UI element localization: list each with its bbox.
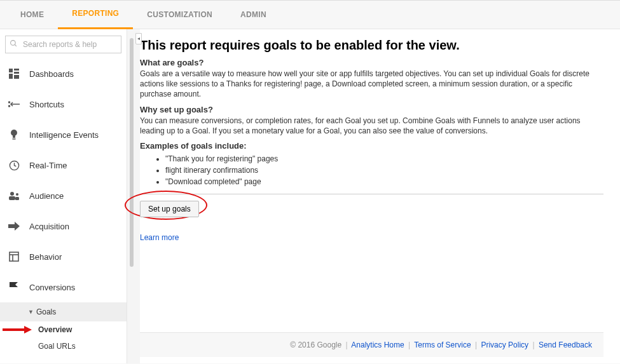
svg-point-16 — [16, 193, 18, 196]
sidebar-subsubitem-goal-urls[interactable]: Goal URLs — [0, 338, 127, 354]
sidebar-item-realtime[interactable]: Real-Time — [0, 150, 127, 180]
sidebar-subsubitem-overview[interactable]: Overview — [0, 321, 127, 338]
sidebar-item-behavior[interactable]: Behavior — [0, 241, 127, 272]
list-item: "Thank you for registering" pages — [165, 153, 603, 165]
svg-point-9 — [9, 105, 10, 107]
footer-link-privacy[interactable]: Privacy Policy — [481, 340, 528, 349]
svg-rect-6 — [14, 75, 19, 79]
svg-rect-17 — [15, 197, 19, 200]
section-body-what: Goals are a versatile way to measure how… — [140, 69, 603, 100]
section-heading-why: Why set up goals? — [140, 105, 603, 114]
section-body-why: You can measure conversions, or completi… — [140, 116, 603, 136]
sidebar-item-shortcuts[interactable]: Shortcuts — [0, 89, 127, 119]
scroll-gutter — [127, 29, 140, 363]
svg-rect-15 — [9, 196, 15, 200]
setup-goals-button[interactable]: Set up goals — [140, 201, 199, 217]
sidebar-item-label: Overview — [38, 325, 72, 334]
svg-rect-5 — [9, 74, 13, 79]
clock-icon — [8, 159, 20, 172]
tab-home[interactable]: HOME — [6, 0, 58, 29]
sidebar-item-audience[interactable]: Audience — [0, 180, 127, 211]
caret-down-icon: ▼ — [28, 309, 34, 315]
sidebar-item-dashboards[interactable]: Dashboards — [0, 58, 127, 89]
flag-icon — [8, 281, 20, 293]
tab-reporting[interactable]: REPORTING — [58, 0, 133, 29]
sidebar: Dashboards Shortcuts Intelligence Events… — [0, 29, 127, 363]
sidebar-item-conversions[interactable]: Conversions — [0, 272, 127, 302]
sidebar-item-label: Acquisition — [29, 222, 69, 231]
divider — [140, 194, 603, 194]
sidebar-item-label: Goal URLs — [38, 342, 76, 351]
sidebar-item-label: Intelligence Events — [29, 130, 99, 140]
sidebar-item-label: Behavior — [29, 252, 62, 262]
svg-line-1 — [15, 44, 17, 46]
sidebar-subitem-goals[interactable]: ▼ Goals — [0, 302, 127, 321]
list-item: "Download completed" page — [165, 176, 603, 187]
svg-rect-3 — [14, 69, 19, 71]
svg-rect-11 — [13, 135, 15, 138]
sidebar-item-label: Dashboards — [29, 69, 74, 79]
behavior-icon — [8, 250, 20, 263]
list-item: flight itinerary confirmations — [165, 165, 603, 176]
shortcuts-icon — [8, 98, 20, 111]
scrollbar[interactable] — [130, 38, 134, 267]
report-title: This report requires goals to be enabled… — [140, 38, 603, 53]
acquisition-icon — [8, 220, 20, 233]
svg-rect-12 — [13, 138, 16, 140]
footer-copyright: © 2016 Google — [290, 340, 341, 349]
search-input-wrap[interactable] — [5, 36, 121, 53]
dashboard-icon — [8, 67, 20, 80]
audience-icon — [8, 189, 20, 202]
svg-rect-4 — [14, 72, 19, 74]
sidebar-item-label: Shortcuts — [29, 100, 64, 109]
examples-list: "Thank you for registering" pages flight… — [140, 153, 603, 187]
section-heading-what: What are goals? — [140, 58, 603, 67]
sidebar-item-intelligence[interactable]: Intelligence Events — [0, 119, 127, 150]
sidebar-item-acquisition[interactable]: Acquisition — [0, 211, 127, 241]
footer-link-terms[interactable]: Terms of Service — [414, 340, 471, 349]
sidebar-item-label: Real-Time — [29, 161, 67, 170]
tab-admin[interactable]: ADMIN — [226, 0, 280, 29]
svg-point-8 — [9, 102, 10, 103]
section-heading-examples: Examples of goals include: — [140, 141, 603, 151]
sidebar-collapse-handle[interactable]: ◂ — [135, 33, 142, 44]
footer-link-feedback[interactable]: Send Feedback — [539, 340, 592, 349]
svg-point-0 — [11, 41, 16, 46]
sidebar-item-label: Goals — [36, 307, 56, 316]
sidebar-item-label: Audience — [29, 191, 64, 201]
svg-point-10 — [11, 130, 17, 136]
report-panel: This report requires goals to be enabled… — [140, 29, 620, 363]
sidebar-item-label: Conversions — [29, 283, 75, 292]
footer-link-analytics-home[interactable]: Analytics Home — [351, 340, 404, 349]
top-nav: HOME REPORTING CUSTOMIZATION ADMIN — [0, 0, 620, 29]
svg-rect-2 — [9, 69, 13, 72]
search-input[interactable] — [22, 39, 117, 50]
bulb-icon — [8, 128, 20, 141]
svg-point-14 — [10, 192, 14, 196]
footer: © 2016 Google | Analytics Home | Terms o… — [140, 332, 603, 357]
search-icon — [10, 39, 18, 50]
tab-customization[interactable]: CUSTOMIZATION — [133, 0, 226, 29]
svg-rect-18 — [10, 252, 18, 261]
learn-more-link[interactable]: Learn more — [140, 233, 179, 242]
